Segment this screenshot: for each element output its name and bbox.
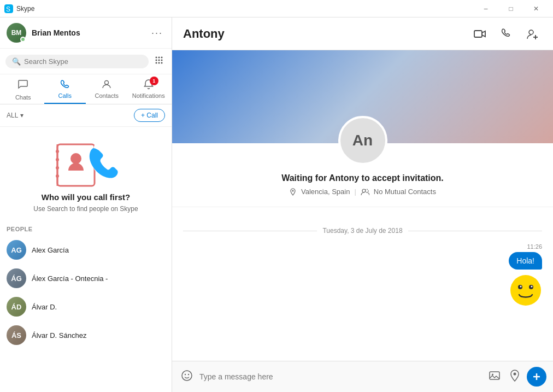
calls-illustration-svg [53, 138, 119, 192]
main-layout: BM Brian Mentos ··· 🔍 [0, 17, 553, 392]
phone-icon [500, 28, 512, 40]
emoji-message [509, 274, 542, 307]
svg-point-33 [188, 373, 189, 375]
dialpad-button[interactable] [152, 53, 166, 69]
list-item[interactable]: ÁG Álex García - Ontecnia - [0, 264, 172, 292]
list-item[interactable]: ÁS Álvar D. Sánchez [0, 321, 172, 349]
tab-calls[interactable]: Calls [44, 74, 86, 104]
window-controls: – □ ✕ [473, 0, 549, 17]
waiting-text: Waiting for Antony to accept invitation. [281, 173, 444, 183]
smiley-icon [181, 370, 193, 382]
app-title: Skype [16, 5, 34, 13]
svg-point-11 [105, 81, 109, 85]
message-bubble: Hola! [509, 252, 542, 270]
calls-illustration [53, 138, 119, 192]
svg-point-5 [156, 60, 157, 61]
svg-point-35 [492, 373, 493, 375]
image-icon [489, 370, 501, 382]
add-person-icon [526, 28, 538, 40]
svg-point-31 [182, 371, 192, 381]
skype-logo-icon: S [4, 4, 13, 13]
chat-actions [470, 24, 542, 44]
message-group: 11:26 Hola! [183, 243, 542, 307]
svg-point-16 [56, 158, 59, 161]
tab-notifications[interactable]: 1 Notifications [128, 74, 170, 104]
message-time: 11:26 [527, 243, 542, 250]
mutual-contacts-text: No Mutual Contacts [374, 188, 436, 196]
location-pin-icon [509, 370, 520, 382]
filter-chevron-icon: ▾ [20, 112, 23, 119]
close-button[interactable]: ✕ [523, 0, 549, 17]
filter-label[interactable]: ALL ▾ [7, 112, 23, 119]
list-item[interactable]: ÁD Álvar D. [0, 292, 172, 321]
maximize-button[interactable]: □ [498, 0, 523, 17]
titlebar-left: S Skype [4, 4, 34, 13]
messages-area[interactable]: Tuesday, 3 de July de 2018 11:26 Hola! [172, 207, 553, 361]
svg-point-32 [185, 373, 186, 375]
location-icon [289, 188, 297, 196]
send-button[interactable] [527, 367, 546, 387]
avatar: ÁG [7, 268, 26, 288]
tab-contacts-label: Contacts [95, 92, 119, 99]
date-label: Tuesday, 3 de July de 2018 [322, 227, 402, 235]
nav-tabs: Chats Calls Contacts [0, 74, 172, 104]
svg-point-9 [158, 62, 160, 64]
svg-rect-19 [474, 31, 482, 37]
list-item[interactable]: AG Alex García [0, 236, 172, 264]
tab-chats-label: Chats [15, 94, 31, 101]
add-contact-button[interactable] [522, 24, 542, 44]
avatar: ÁD [7, 297, 26, 317]
contact-location: Valencia, Spain [301, 188, 350, 196]
people-section-header: PEOPLE [0, 218, 172, 236]
dialpad-icon [154, 55, 164, 65]
svg-point-29 [520, 286, 522, 288]
chats-icon [17, 79, 28, 92]
chat-input-bar [172, 361, 553, 392]
tab-contacts[interactable]: Contacts [86, 74, 128, 104]
person-name: Álvar D. [32, 303, 57, 311]
svg-point-8 [156, 62, 157, 64]
empty-calls-description: Use Search to find people on Skype [33, 205, 138, 213]
svg-point-6 [158, 60, 160, 61]
date-divider: Tuesday, 3 de July de 2018 [183, 227, 542, 235]
people-list: AG Alex García ÁG Álex García - Ontecnia… [0, 236, 172, 392]
svg-text:S: S [6, 5, 10, 13]
person-name: Álex García - Ontecnia - [32, 274, 108, 283]
svg-point-3 [158, 57, 160, 58]
svg-point-14 [70, 153, 81, 164]
date-line-right [408, 231, 542, 231]
location-button[interactable] [507, 367, 522, 387]
svg-point-4 [161, 57, 163, 58]
tab-calls-label: Calls [58, 92, 72, 99]
svg-point-10 [161, 62, 163, 64]
avatar: AG [7, 240, 26, 260]
contact-avatar: An [338, 116, 387, 165]
svg-point-36 [514, 372, 516, 375]
search-input[interactable] [24, 57, 142, 66]
search-icon: 🔍 [12, 57, 21, 66]
empty-calls-state: Who will you call first? Use Search to f… [0, 127, 172, 218]
video-call-button[interactable] [470, 24, 490, 44]
people-label: PEOPLE [7, 226, 33, 232]
svg-point-20 [529, 30, 533, 34]
search-bar: 🔍 [0, 49, 172, 74]
tab-chats[interactable]: Chats [2, 74, 44, 104]
svg-point-18 [56, 174, 59, 178]
empty-calls-title: Who will you call first? [42, 192, 131, 202]
filter-bar: ALL ▾ + Call [0, 104, 172, 127]
search-input-wrapper: 🔍 [5, 55, 149, 68]
profile-name: Brian Mentos [32, 28, 149, 37]
add-call-button[interactable]: + Call [134, 109, 165, 122]
filter-text: ALL [7, 112, 18, 119]
contacts-icon [101, 79, 112, 91]
meta-divider: | [354, 188, 356, 196]
video-camera-icon [474, 28, 486, 40]
svg-point-15 [56, 150, 59, 153]
minimize-button[interactable]: – [473, 0, 498, 17]
emoji-picker-button[interactable] [179, 367, 195, 387]
date-line-left [183, 231, 317, 231]
media-button[interactable] [486, 367, 503, 387]
audio-call-button[interactable] [496, 24, 516, 44]
message-input[interactable] [199, 370, 482, 383]
more-options-button[interactable]: ··· [149, 25, 165, 41]
